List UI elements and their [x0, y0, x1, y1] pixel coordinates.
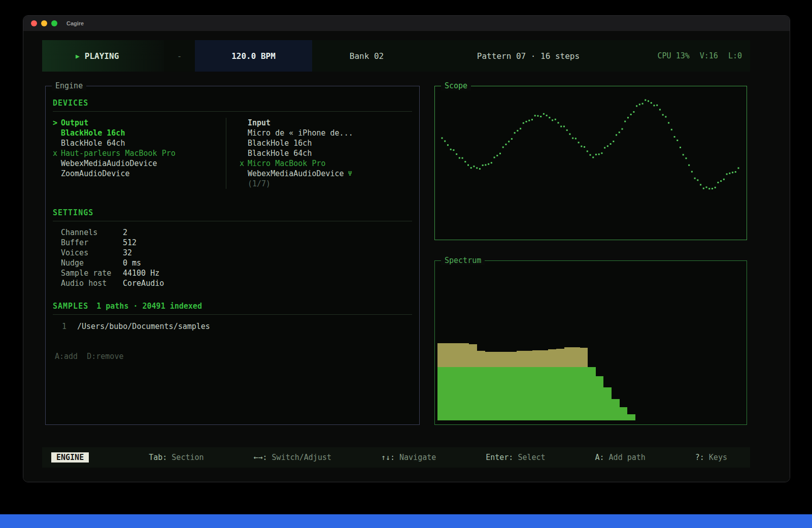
- divider: [53, 314, 412, 315]
- hint-add-path: A: Add path: [595, 453, 646, 462]
- spectrum-bar: [596, 376, 604, 420]
- output-device-item[interactable]: x Haut-parleurs MacBook Pro: [53, 148, 226, 158]
- cpu-stat: CPU 13%: [658, 51, 690, 60]
- input-device-item[interactable]: BlackHole 16ch: [240, 138, 412, 148]
- hint-arrows-ud: ↑↓: Navigate: [381, 453, 436, 462]
- input-device-item[interactable]: Micro de « iPhone de...: [240, 128, 412, 138]
- desktop-bottom-strip: [0, 514, 812, 528]
- zoom-window-button[interactable]: [51, 20, 57, 26]
- hint-tab: Tab: Section: [149, 453, 204, 462]
- spectrum-bar: [580, 348, 588, 420]
- spectrum-bar: [532, 350, 540, 420]
- setting-row[interactable]: Nudge 0 ms: [53, 258, 412, 268]
- spectrum-bar: [564, 347, 572, 420]
- device-prefix: [240, 148, 248, 158]
- setting-label: Audio host: [61, 278, 123, 288]
- bank-display[interactable]: Bank 02: [312, 40, 421, 72]
- hint-enter: Enter: Select: [486, 453, 545, 462]
- samples-heading: SAMPLES: [53, 302, 88, 311]
- output-header[interactable]: > Output: [53, 118, 226, 128]
- bpm-display[interactable]: 120.0 BPM: [195, 40, 312, 72]
- transport-stats: CPU 13% V:16 L:0: [635, 40, 750, 72]
- input-device-list: Input Micro de « iPhone de... BlackHole …: [226, 118, 412, 189]
- setting-label: Channels: [61, 227, 123, 238]
- output-device-item[interactable]: ZoomAudioDevice: [53, 169, 226, 179]
- input-header[interactable]: Input: [240, 118, 412, 128]
- engine-panel: Engine DEVICES > Output BlackHole 16ch: [45, 86, 420, 425]
- window-title: Cagire: [66, 20, 84, 26]
- input-device-item[interactable]: BlackHole 64ch: [240, 148, 412, 158]
- setting-value: 0 ms: [123, 258, 141, 268]
- hint-key: Enter:: [486, 453, 513, 462]
- device-marker: x: [240, 158, 248, 169]
- setting-value: 44100 Hz: [123, 268, 159, 278]
- device-prefix: [53, 158, 61, 169]
- minimize-window-button[interactable]: [41, 20, 47, 26]
- setting-row[interactable]: Sample rate 44100 Hz: [53, 268, 412, 278]
- hint-desc: Navigate: [399, 453, 436, 462]
- spectrum-bar: [453, 343, 461, 420]
- divider: [53, 111, 412, 112]
- device-prefix: [53, 128, 61, 138]
- close-window-button[interactable]: [31, 20, 37, 26]
- voices-stat: V:16: [700, 51, 718, 60]
- output-device-item[interactable]: BlackHole 16ch: [53, 128, 226, 138]
- hint-desc: Switch/Adjust: [272, 453, 331, 462]
- device-prefix: [240, 118, 248, 128]
- spectrum-bar: [540, 350, 549, 420]
- output-device-item[interactable]: WebexMediaAudioDevice: [53, 158, 226, 169]
- desktop: Cagire ▶ PLAYING - 120.0 BPM Bank 02: [0, 0, 812, 528]
- hint-desc: Select: [518, 453, 545, 462]
- pattern-display[interactable]: Pattern 07 · 16 steps: [421, 40, 635, 72]
- window-titlebar: Cagire: [23, 16, 790, 31]
- footer-bar: ENGINE Tab: Section ←→: Switch/Adjust ↑↓…: [42, 447, 750, 468]
- transport-bar: ▶ PLAYING - 120.0 BPM Bank 02 Pattern 07…: [42, 40, 750, 72]
- spectrum-bar: [620, 407, 628, 420]
- setting-row[interactable]: Buffer 512: [53, 238, 412, 248]
- hint-desc: Section: [172, 453, 204, 462]
- setting-row[interactable]: Channels 2: [53, 227, 412, 238]
- setting-row[interactable]: Audio host CoreAudio: [53, 278, 412, 288]
- setting-label: Nudge: [61, 258, 123, 268]
- transport-separator: -: [164, 40, 195, 72]
- device-prefix: [240, 179, 248, 189]
- setting-row[interactable]: Voices 32: [53, 248, 412, 258]
- spectrum-bar: [588, 367, 596, 420]
- app-window: Cagire ▶ PLAYING - 120.0 BPM Bank 02: [23, 15, 790, 482]
- device-label: BlackHole 64ch: [61, 138, 125, 148]
- hint-arrows-lr: ←→: Switch/Adjust: [253, 453, 331, 462]
- setting-value: 512: [123, 238, 137, 248]
- device-prefix: [240, 128, 248, 138]
- spectrum-bar: [461, 343, 469, 420]
- output-header-label: Output: [61, 118, 88, 128]
- sample-path-row[interactable]: 1 /Users/bubo/Documents/samples: [53, 321, 412, 332]
- device-label: BlackHole 64ch: [248, 148, 312, 158]
- hint-key: ↑↓:: [381, 453, 395, 462]
- device-label: WebexMediaAudioDevice: [61, 158, 157, 169]
- spectrum-bar: [556, 349, 564, 420]
- input-device-item[interactable]: x Micro MacBook Pro: [240, 158, 412, 169]
- device-label: BlackHole 16ch: [248, 138, 312, 148]
- spectrum-bar: [517, 351, 525, 420]
- spectrum-bar: [493, 352, 501, 420]
- settings-list: Channels 2 Buffer 512 Voices 32 Nudge 0 …: [53, 227, 412, 288]
- transport-playing[interactable]: ▶ PLAYING: [42, 40, 164, 72]
- setting-value: 2: [123, 227, 127, 238]
- app-content: ▶ PLAYING - 120.0 BPM Bank 02 Pattern 07…: [23, 31, 790, 482]
- spectrum-bar: [548, 349, 556, 420]
- spectrum-bar: [501, 352, 509, 420]
- sample-path-value: /Users/bubo/Documents/samples: [77, 321, 210, 332]
- output-device-item[interactable]: BlackHole 64ch: [53, 138, 226, 148]
- divider: [53, 221, 412, 221]
- settings-heading: SETTINGS: [53, 208, 412, 217]
- transport-dash: -: [177, 51, 182, 61]
- spectrum-bar: [525, 351, 533, 420]
- play-icon: ▶: [76, 52, 80, 60]
- input-header-label: Input: [248, 118, 270, 128]
- input-device-item[interactable]: WebexMediaAudioDevice Ψ: [240, 169, 412, 179]
- hint-keys: ?: Keys: [695, 453, 727, 462]
- mode-badge-engine[interactable]: ENGINE: [51, 452, 89, 463]
- hint-key: Tab:: [149, 453, 167, 462]
- device-label: Micro MacBook Pro: [248, 158, 326, 169]
- scope-canvas: [438, 89, 743, 237]
